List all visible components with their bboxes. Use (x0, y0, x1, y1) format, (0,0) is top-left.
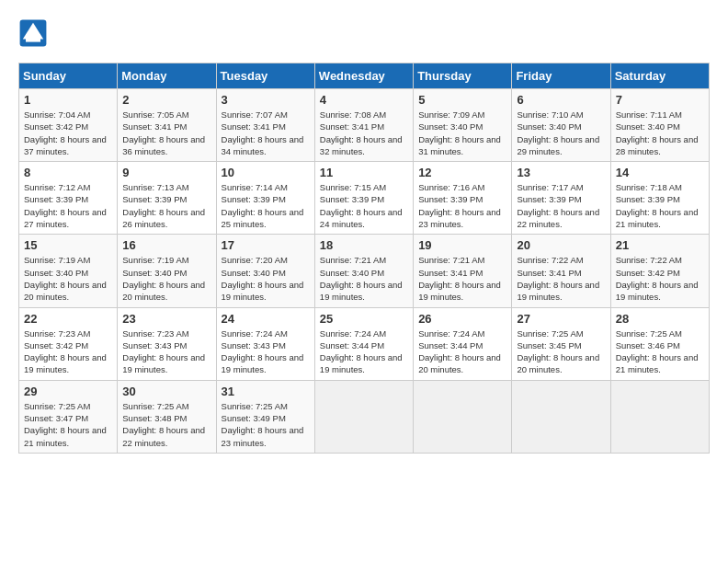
day-info: Sunrise: 7:21 AM Sunset: 3:40 PM Dayligh… (320, 254, 408, 303)
day-number: 4 (320, 93, 408, 107)
day-info: Sunrise: 7:24 AM Sunset: 3:44 PM Dayligh… (320, 327, 408, 376)
day-info: Sunrise: 7:14 AM Sunset: 3:39 PM Dayligh… (222, 181, 310, 230)
calendar-cell: 25Sunrise: 7:24 AM Sunset: 3:44 PM Dayli… (314, 307, 413, 380)
page-header (18, 18, 710, 48)
day-info: Sunrise: 7:23 AM Sunset: 3:42 PM Dayligh… (24, 327, 112, 376)
day-number: 17 (222, 238, 310, 252)
calendar-week-2: 8Sunrise: 7:12 AM Sunset: 3:39 PM Daylig… (19, 162, 710, 235)
calendar-cell (512, 380, 610, 453)
day-info: Sunrise: 7:25 AM Sunset: 3:46 PM Dayligh… (616, 327, 704, 376)
day-number: 30 (122, 385, 210, 398)
day-info: Sunrise: 7:09 AM Sunset: 3:40 PM Dayligh… (418, 109, 506, 157)
day-info: Sunrise: 7:24 AM Sunset: 3:44 PM Dayligh… (418, 327, 506, 376)
day-info: Sunrise: 7:25 AM Sunset: 3:47 PM Dayligh… (24, 400, 112, 449)
header-day-friday: Friday (512, 63, 610, 89)
day-info: Sunrise: 7:23 AM Sunset: 3:43 PM Dayligh… (122, 327, 210, 376)
calendar-cell: 14Sunrise: 7:18 AM Sunset: 3:39 PM Dayli… (610, 162, 709, 235)
day-number: 15 (24, 238, 112, 252)
calendar-cell: 30Sunrise: 7:25 AM Sunset: 3:48 PM Dayli… (118, 380, 216, 453)
day-number: 9 (122, 166, 210, 179)
day-info: Sunrise: 7:22 AM Sunset: 3:41 PM Dayligh… (517, 254, 605, 303)
day-number: 24 (222, 312, 310, 326)
header-day-wednesday: Wednesday (314, 63, 413, 89)
day-info: Sunrise: 7:10 AM Sunset: 3:40 PM Dayligh… (517, 109, 605, 157)
day-info: Sunrise: 7:24 AM Sunset: 3:43 PM Dayligh… (222, 327, 310, 376)
day-info: Sunrise: 7:12 AM Sunset: 3:39 PM Dayligh… (24, 181, 112, 230)
calendar-cell: 11Sunrise: 7:15 AM Sunset: 3:39 PM Dayli… (314, 162, 413, 235)
day-number: 25 (320, 312, 408, 326)
calendar-cell: 16Sunrise: 7:19 AM Sunset: 3:40 PM Dayli… (118, 235, 216, 307)
calendar-cell: 4Sunrise: 7:08 AM Sunset: 3:41 PM Daylig… (314, 89, 413, 162)
calendar-cell: 15Sunrise: 7:19 AM Sunset: 3:40 PM Dayli… (19, 235, 118, 307)
calendar-body: 1Sunrise: 7:04 AM Sunset: 3:42 PM Daylig… (19, 89, 710, 454)
day-info: Sunrise: 7:07 AM Sunset: 3:41 PM Dayligh… (222, 109, 310, 157)
calendar-cell: 27Sunrise: 7:25 AM Sunset: 3:45 PM Dayli… (512, 307, 610, 380)
day-number: 27 (517, 312, 605, 326)
logo-icon (18, 18, 48, 48)
calendar-cell (610, 380, 709, 453)
calendar-cell: 2Sunrise: 7:05 AM Sunset: 3:41 PM Daylig… (118, 89, 216, 162)
calendar-week-4: 22Sunrise: 7:23 AM Sunset: 3:42 PM Dayli… (19, 307, 710, 380)
day-info: Sunrise: 7:21 AM Sunset: 3:41 PM Dayligh… (418, 254, 506, 303)
header-day-thursday: Thursday (414, 63, 512, 89)
calendar-cell: 23Sunrise: 7:23 AM Sunset: 3:43 PM Dayli… (118, 307, 216, 380)
header-day-monday: Monday (118, 63, 216, 89)
day-info: Sunrise: 7:16 AM Sunset: 3:39 PM Dayligh… (418, 181, 506, 230)
calendar-week-5: 29Sunrise: 7:25 AM Sunset: 3:47 PM Dayli… (19, 380, 710, 453)
day-info: Sunrise: 7:11 AM Sunset: 3:40 PM Dayligh… (616, 109, 704, 157)
calendar-week-1: 1Sunrise: 7:04 AM Sunset: 3:42 PM Daylig… (19, 89, 710, 162)
calendar-cell: 18Sunrise: 7:21 AM Sunset: 3:40 PM Dayli… (314, 235, 413, 307)
day-number: 20 (517, 238, 605, 252)
day-number: 1 (24, 93, 112, 107)
day-info: Sunrise: 7:15 AM Sunset: 3:39 PM Dayligh… (320, 181, 408, 230)
day-info: Sunrise: 7:08 AM Sunset: 3:41 PM Dayligh… (320, 109, 408, 157)
day-number: 31 (222, 385, 310, 398)
day-number: 22 (24, 312, 112, 326)
header-day-tuesday: Tuesday (216, 63, 314, 89)
calendar-cell: 21Sunrise: 7:22 AM Sunset: 3:42 PM Dayli… (610, 235, 709, 307)
day-info: Sunrise: 7:13 AM Sunset: 3:39 PM Dayligh… (122, 181, 210, 230)
day-info: Sunrise: 7:19 AM Sunset: 3:40 PM Dayligh… (24, 254, 112, 303)
calendar-cell: 20Sunrise: 7:22 AM Sunset: 3:41 PM Dayli… (512, 235, 610, 307)
header-row: SundayMondayTuesdayWednesdayThursdayFrid… (19, 63, 710, 89)
calendar-header: SundayMondayTuesdayWednesdayThursdayFrid… (19, 63, 710, 89)
day-number: 23 (122, 312, 210, 326)
calendar-cell: 24Sunrise: 7:24 AM Sunset: 3:43 PM Dayli… (216, 307, 314, 380)
day-number: 2 (122, 93, 210, 107)
calendar-cell: 17Sunrise: 7:20 AM Sunset: 3:40 PM Dayli… (216, 235, 314, 307)
calendar-cell (314, 380, 413, 453)
calendar-cell: 5Sunrise: 7:09 AM Sunset: 3:40 PM Daylig… (414, 89, 512, 162)
day-number: 18 (320, 238, 408, 252)
day-number: 19 (418, 238, 506, 252)
day-info: Sunrise: 7:22 AM Sunset: 3:42 PM Dayligh… (616, 254, 704, 303)
day-info: Sunrise: 7:25 AM Sunset: 3:48 PM Dayligh… (122, 400, 210, 449)
header-day-saturday: Saturday (610, 63, 709, 89)
day-info: Sunrise: 7:04 AM Sunset: 3:42 PM Dayligh… (24, 109, 112, 157)
day-number: 26 (418, 312, 506, 326)
day-info: Sunrise: 7:25 AM Sunset: 3:49 PM Dayligh… (222, 400, 310, 449)
day-info: Sunrise: 7:17 AM Sunset: 3:39 PM Dayligh… (517, 181, 605, 230)
day-number: 29 (24, 385, 112, 398)
calendar-cell: 1Sunrise: 7:04 AM Sunset: 3:42 PM Daylig… (19, 89, 118, 162)
day-number: 8 (24, 166, 112, 179)
calendar-cell: 19Sunrise: 7:21 AM Sunset: 3:41 PM Dayli… (414, 235, 512, 307)
day-info: Sunrise: 7:25 AM Sunset: 3:45 PM Dayligh… (517, 327, 605, 376)
day-number: 21 (616, 238, 704, 252)
day-number: 14 (616, 166, 704, 179)
day-number: 28 (616, 312, 704, 326)
day-number: 10 (222, 166, 310, 179)
day-number: 12 (418, 166, 506, 179)
calendar-week-3: 15Sunrise: 7:19 AM Sunset: 3:40 PM Dayli… (19, 235, 710, 307)
calendar-cell: 26Sunrise: 7:24 AM Sunset: 3:44 PM Dayli… (414, 307, 512, 380)
calendar-cell: 7Sunrise: 7:11 AM Sunset: 3:40 PM Daylig… (610, 89, 709, 162)
svg-rect-2 (26, 35, 40, 42)
day-number: 3 (222, 93, 310, 107)
header-day-sunday: Sunday (19, 63, 118, 89)
day-number: 5 (418, 93, 506, 107)
day-info: Sunrise: 7:05 AM Sunset: 3:41 PM Dayligh… (122, 109, 210, 157)
calendar-cell: 28Sunrise: 7:25 AM Sunset: 3:46 PM Dayli… (610, 307, 709, 380)
calendar-cell: 29Sunrise: 7:25 AM Sunset: 3:47 PM Dayli… (19, 380, 118, 453)
day-info: Sunrise: 7:20 AM Sunset: 3:40 PM Dayligh… (222, 254, 310, 303)
calendar-cell: 6Sunrise: 7:10 AM Sunset: 3:40 PM Daylig… (512, 89, 610, 162)
day-number: 13 (517, 166, 605, 179)
